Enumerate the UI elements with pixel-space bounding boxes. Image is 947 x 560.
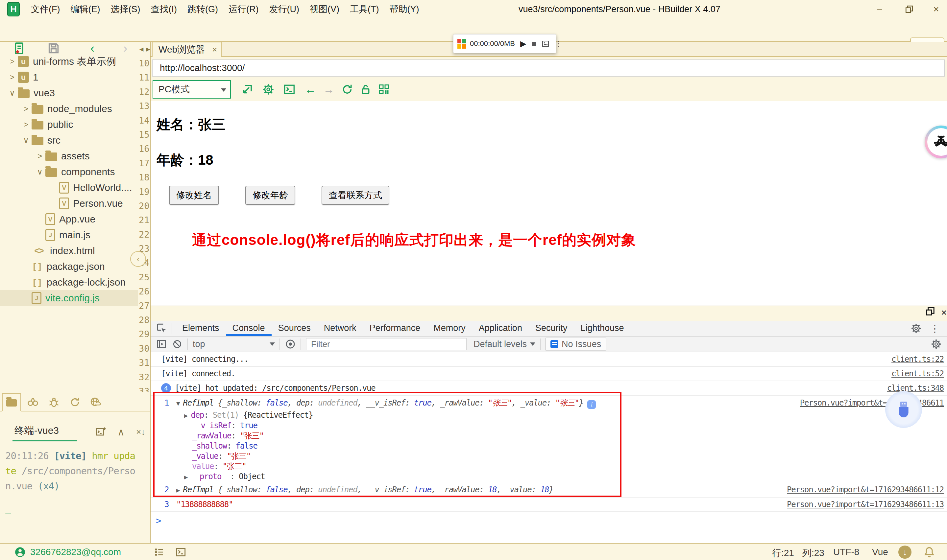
collapse-sidebar-button[interactable]: ‹	[130, 251, 146, 267]
tab-network[interactable]: Network	[317, 321, 363, 336]
tab-file-panel[interactable]	[2, 393, 21, 411]
tree-item-package-json[interactable]: package.json	[0, 258, 138, 274]
tree-item-src[interactable]: src	[0, 132, 138, 148]
debug-bug-icon[interactable]	[48, 396, 60, 408]
panel-divider[interactable]	[150, 42, 151, 543]
clear-console-icon[interactable]	[172, 338, 183, 350]
inspect-element-icon[interactable]	[155, 322, 168, 335]
close-terminal-icon[interactable]: ×↓	[134, 425, 147, 438]
tab-security[interactable]: Security	[529, 321, 574, 336]
tree-item-1[interactable]: 1	[0, 69, 138, 85]
record-play-icon[interactable]: ▶	[520, 39, 526, 48]
tree-item-vite-config-js[interactable]: vite.config.js	[0, 290, 138, 306]
console-settings-gear-icon[interactable]	[930, 338, 942, 350]
usb-drive-float-icon[interactable]	[885, 391, 922, 428]
tree-item-vue3[interactable]: vue3	[0, 85, 138, 101]
bell-icon[interactable]	[923, 546, 935, 558]
prop-dep[interactable]: ▶ dep: Set(1) {ReactiveEffect}	[184, 410, 790, 421]
terminal-statusbar-icon[interactable]	[176, 547, 186, 557]
tree-item-uni-forms[interactable]: uni-forms 表单示例	[0, 54, 138, 69]
open-external-icon[interactable]	[238, 82, 257, 97]
tree-item-assets[interactable]: assets	[0, 148, 138, 164]
tab-scroll-arrows[interactable]: ◀▶	[138, 42, 150, 56]
object-preview[interactable]: ▼ RefImpl {_shallow: false, dep: undefin…	[176, 398, 790, 409]
refresh-icon[interactable]	[338, 82, 356, 97]
tree-item-index-html[interactable]: index.html	[0, 243, 138, 258]
account-email[interactable]: 3266762823@qq.com	[30, 547, 121, 557]
dock-window-icon[interactable]	[925, 306, 935, 316]
object-preview[interactable]: ▶ RefImpl {_shallow: false, dep: undefin…	[176, 485, 777, 495]
chevron-down-icon[interactable]	[6, 88, 18, 98]
cursor-line-indicator[interactable]: 行:21	[772, 547, 794, 559]
update-download-icon[interactable]: ↓	[898, 546, 912, 559]
devtools-settings-gear-icon[interactable]	[911, 323, 921, 334]
url-input[interactable]	[152, 60, 945, 77]
change-name-button[interactable]: 修改姓名	[169, 186, 219, 205]
info-icon[interactable]: i	[587, 400, 596, 409]
view-contact-button[interactable]: 查看联系方式	[322, 186, 389, 205]
menu-run[interactable]: 运行(R)	[223, 0, 264, 18]
tree-item-public[interactable]: public	[0, 117, 138, 132]
tab-elements[interactable]: Elements	[176, 321, 226, 336]
tab-application[interactable]: Application	[472, 321, 529, 336]
tab-web-browser[interactable]: Web浏览器 ×	[152, 42, 222, 57]
chevron-down-icon[interactable]	[20, 136, 32, 145]
record-menu-icon[interactable]: ⋮	[555, 39, 563, 48]
outline-list-icon[interactable]	[154, 547, 165, 557]
tree-item-components[interactable]: components	[0, 164, 138, 180]
menu-view[interactable]: 视图(V)	[305, 0, 345, 18]
encoding-indicator[interactable]: UTF-8	[833, 547, 859, 557]
source-link[interactable]: client.ts:348	[877, 383, 944, 393]
menu-select[interactable]: 选择(S)	[105, 0, 145, 18]
tab-sources[interactable]: Sources	[272, 321, 317, 336]
lock-icon[interactable]	[356, 82, 375, 97]
tree-item-package-lock-json[interactable]: package-lock.json	[0, 274, 138, 290]
chevron-right-icon[interactable]	[6, 72, 18, 82]
menu-find[interactable]: 查找(I)	[145, 0, 182, 18]
source-link[interactable]: client.ts:22	[882, 355, 944, 364]
record-snapshot-icon[interactable]	[542, 40, 550, 48]
minimize-button[interactable]: −	[868, 0, 891, 18]
close-button[interactable]: ×	[925, 0, 947, 18]
tab-memory[interactable]: Memory	[427, 321, 472, 336]
console-prompt[interactable]: >	[151, 512, 947, 526]
menu-publish[interactable]: 发行(U)	[264, 0, 304, 18]
menu-goto[interactable]: 跳转(G)	[182, 0, 223, 18]
language-mode-indicator[interactable]: Vue	[872, 547, 888, 557]
console-filter-input[interactable]	[306, 338, 467, 350]
tab-performance[interactable]: Performance	[363, 321, 427, 336]
menu-help[interactable]: 帮助(Y)	[384, 0, 424, 18]
browser-mode-select[interactable]: PC模式	[152, 80, 231, 98]
tree-item-app-vue[interactable]: App.vue	[0, 211, 138, 227]
new-terminal-icon[interactable]	[94, 425, 107, 438]
qr-code-icon[interactable]	[375, 82, 393, 97]
context-selector[interactable]: top	[193, 339, 275, 349]
terminal-tab[interactable]: 终端-vue3	[14, 424, 59, 437]
back-arrow-icon[interactable]: ←	[301, 82, 320, 97]
no-issues-button[interactable]: No Issues	[545, 337, 606, 351]
forward-arrow-icon[interactable]: →	[320, 82, 338, 97]
restore-button[interactable]	[898, 0, 921, 18]
cursor-column-indicator[interactable]: 列:23	[802, 547, 824, 559]
collapse-panel-icon[interactable]: ∧	[114, 425, 128, 438]
chevron-right-icon[interactable]	[20, 104, 32, 113]
tab-lighthouse[interactable]: Lighthouse	[574, 321, 630, 336]
chevron-right-icon[interactable]	[20, 120, 32, 129]
source-link[interactable]: Person.vue?import&t=1716293486611:13	[777, 500, 944, 509]
tree-item-person-vue[interactable]: Person.vue	[0, 195, 138, 211]
console-sidebar-toggle-icon[interactable]	[156, 338, 167, 350]
tree-item-main-js[interactable]: main.js	[0, 227, 138, 243]
record-stop-icon[interactable]: ■	[531, 39, 536, 48]
gear-icon[interactable]	[259, 82, 277, 97]
tree-item-helloworld-vue[interactable]: HelloWorld....	[0, 180, 138, 195]
source-link[interactable]: Person.vue?import&t=1716293486611:12	[777, 485, 944, 494]
change-age-button[interactable]: 修改年龄	[245, 186, 295, 205]
menu-tools[interactable]: 工具(T)	[345, 0, 384, 18]
log-levels-dropdown[interactable]: Default levels	[473, 339, 535, 349]
tab-close-icon[interactable]: ×	[212, 45, 217, 55]
menu-edit[interactable]: 编辑(E)	[65, 0, 105, 18]
eye-icon[interactable]	[285, 338, 296, 350]
sync-icon[interactable]	[69, 396, 81, 408]
chevron-down-icon[interactable]	[34, 167, 45, 177]
source-link[interactable]: client.ts:52	[882, 369, 944, 378]
